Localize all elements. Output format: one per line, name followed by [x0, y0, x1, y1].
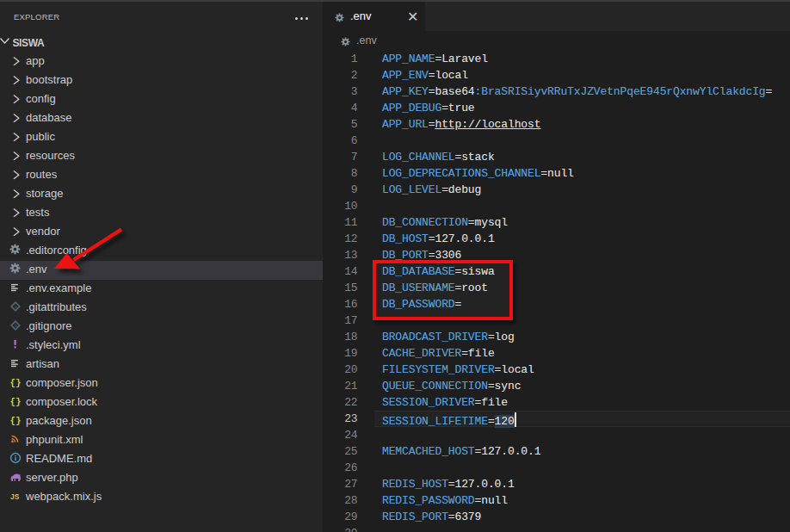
svg-text:{}: {} — [9, 416, 21, 426]
svg-text:JS: JS — [10, 492, 20, 501]
svg-text:{}: {} — [9, 397, 21, 407]
svg-text:{}: {} — [9, 378, 21, 388]
